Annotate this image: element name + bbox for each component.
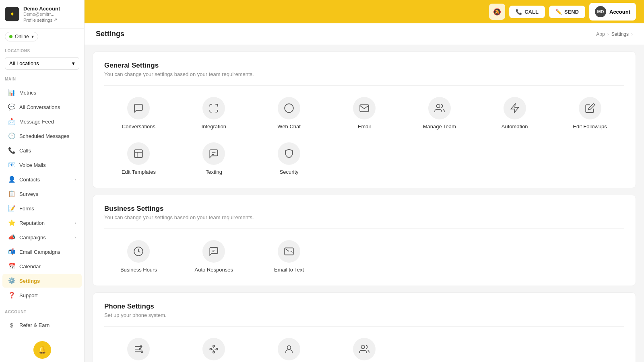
settings-item-conversations[interactable]: Conversations	[104, 94, 173, 133]
settings-item-call-queue-groups[interactable]: Call Queue Groups (Teams)	[330, 335, 399, 362]
settings-item-email[interactable]: Email	[330, 94, 399, 133]
call-icon: 📞	[516, 9, 522, 15]
nav-campaigns-label: Campaigns	[19, 234, 46, 241]
settings-item-business-hours[interactable]: Business Hours	[104, 237, 173, 276]
settings-item-manage-team[interactable]: Manage Team	[405, 94, 474, 133]
nav-reputation[interactable]: ⭐ Reputation ›	[2, 216, 82, 230]
notification-button[interactable]: 🔕	[489, 4, 505, 20]
all-conversations-icon: 💬	[8, 103, 15, 111]
locations-arrow: ▾	[72, 60, 75, 66]
email-to-text-icon	[278, 240, 300, 263]
business-hours-icon	[127, 240, 150, 263]
send-label: SEND	[564, 9, 579, 15]
profile-settings-link[interactable]: Profile settings ↗	[23, 17, 79, 23]
nav-metrics-label: Metrics	[19, 90, 36, 96]
status-dot	[9, 35, 12, 38]
settings-item-edit-templates[interactable]: Edit Templates	[104, 139, 173, 178]
integration-icon	[202, 97, 225, 119]
svg-point-14	[213, 351, 215, 353]
nav-calls-label: Calls	[19, 148, 31, 154]
texting-label: Texting	[206, 169, 222, 175]
status-arrow: ▾	[31, 34, 34, 39]
texting-icon	[202, 142, 225, 165]
locations-dropdown[interactable]: All Locations ▾	[5, 57, 79, 70]
send-button[interactable]: ✏️ SEND	[549, 6, 585, 18]
notification-area: 🔔	[0, 332, 84, 362]
status-button[interactable]: Online ▾	[5, 32, 38, 41]
nav-surveys-label: Surveys	[19, 191, 38, 197]
locations-section: LOCATIONS	[0, 45, 84, 57]
conversations-icon	[127, 97, 150, 119]
automation-label: Automation	[502, 123, 528, 130]
settings-item-security[interactable]: Security	[255, 139, 324, 178]
nav-support[interactable]: ❓ Support	[2, 288, 82, 302]
phone-settings-section: Phone Settings Set up your phone system.…	[93, 292, 636, 362]
phone-settings-desc: Set up your phone system.	[104, 312, 624, 318]
svg-point-12	[210, 348, 212, 350]
account-button[interactable]: MD Account	[589, 3, 636, 21]
nav-email-campaigns[interactable]: 📬 Email Campaigns	[2, 245, 82, 259]
main-section: MAIN	[0, 73, 84, 85]
general-settings-divider	[104, 85, 624, 86]
settings-item-general-settings[interactable]: General Settings	[104, 335, 173, 362]
settings-item-texting[interactable]: Texting	[180, 139, 248, 178]
reputation-chevron: ›	[74, 220, 76, 225]
campaigns-chevron: ›	[74, 235, 76, 240]
nav-scheduled-messages[interactable]: 🕐 Scheduled Messages	[2, 129, 82, 143]
settings-item-automation[interactable]: Automation	[480, 94, 549, 133]
settings-item-integration[interactable]: Integration	[180, 94, 248, 133]
nav-refer-earn[interactable]: $ Refer & Earn	[2, 319, 82, 332]
account-email: Demo@emitrr...	[23, 12, 79, 16]
email-campaigns-icon: 📬	[8, 248, 15, 255]
call-button[interactable]: 📞 CALL	[509, 6, 545, 18]
sidebar: ✦ Demo Account Demo@emitrr... Profile se…	[0, 0, 85, 362]
nav-surveys[interactable]: 📋 Surveys	[2, 187, 82, 201]
call-queue-groups-icon	[353, 338, 376, 360]
nav-refer-earn-label: Refer & Earn	[19, 322, 50, 328]
nav-forms[interactable]: 📝 Forms	[2, 202, 82, 215]
brand-logo: ✦	[5, 7, 19, 21]
settings-item-users-extensions[interactable]: Users & Extensions	[255, 335, 324, 362]
settings-item-edit-followups[interactable]: Edit Followups	[555, 94, 624, 133]
sidebar-header: ✦ Demo Account Demo@emitrr... Profile se…	[0, 0, 84, 29]
send-icon: ✏️	[555, 9, 562, 15]
nav-contacts[interactable]: 👤 Contacts ›	[2, 173, 82, 186]
account-label: ACCOUNT	[5, 310, 79, 314]
nav-all-conversations[interactable]: 💬 All Conversations	[2, 100, 82, 114]
security-label: Security	[280, 169, 299, 175]
settings-item-email-to-text[interactable]: Email to Text	[255, 237, 324, 276]
nav-calendar[interactable]: 📅 Calendar	[2, 259, 82, 273]
status-label: Online	[15, 34, 29, 39]
settings-item-web-chat[interactable]: Web Chat	[255, 94, 324, 133]
nav-contacts-label: Contacts	[19, 177, 40, 183]
notification-bell-button[interactable]: 🔔	[33, 341, 51, 359]
notification-icon: 🔕	[493, 8, 501, 16]
nav-metrics[interactable]: 📊 Metrics	[2, 86, 82, 99]
contacts-icon: 👤	[8, 176, 15, 183]
phone-settings-divider	[104, 326, 624, 327]
edit-templates-label: Edit Templates	[122, 169, 156, 175]
nav-campaigns[interactable]: 📣 Campaigns ›	[2, 230, 82, 244]
nav-calls[interactable]: 📞 Calls	[2, 144, 82, 157]
settings-item-ivr[interactable]: IVR	[180, 335, 248, 362]
page-title: Settings	[96, 30, 124, 38]
voice-mails-icon: 📧	[8, 161, 15, 169]
phone-settings-title: Phone Settings	[104, 302, 624, 311]
nav-email-campaigns-label: Email Campaigns	[19, 249, 60, 255]
business-settings-divider	[104, 228, 624, 229]
nav-settings[interactable]: ⚙️ Settings	[2, 274, 82, 288]
nav-voice-mails[interactable]: 📧 Voice Mails	[2, 158, 82, 172]
web-chat-label: Web Chat	[277, 123, 301, 130]
svg-point-19	[287, 346, 291, 349]
locations-selector: All Locations ▾	[5, 57, 79, 70]
account-name: Demo Account	[23, 6, 79, 12]
surveys-icon: 📋	[8, 190, 15, 197]
svg-point-9	[140, 348, 141, 350]
nav-message-feed[interactable]: 📩 Message Feed	[2, 115, 82, 128]
edit-templates-icon	[127, 142, 150, 165]
business-settings-desc: You can change your settings based on yo…	[104, 214, 624, 220]
settings-item-auto-responses[interactable]: Auto Responses	[180, 237, 248, 276]
svg-marker-2	[511, 104, 519, 113]
email-label: Email	[358, 123, 371, 130]
breadcrumb-sep1: ›	[607, 31, 609, 37]
